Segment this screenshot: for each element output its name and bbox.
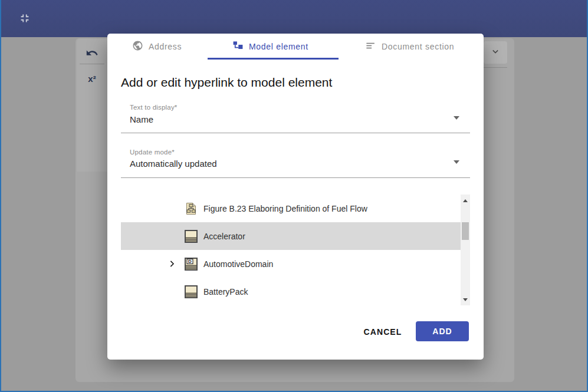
hyperlink-dialog: Address Model element Document section A… [107, 34, 484, 360]
tree-item-label: BatteryPack [203, 287, 248, 297]
tree-item-automotivedomain[interactable]: D AutomotiveDomain [121, 250, 461, 278]
chevron-spacer [166, 286, 178, 298]
tree-item-label: Figure B.23 Elaboring Definition of Fuel… [203, 204, 367, 213]
add-button[interactable]: ADD [416, 321, 469, 341]
model-element-tree: Figure B.23 Elaboring Definition of Fuel… [121, 195, 470, 305]
tree-item-label: Accelerator [203, 232, 245, 241]
tree-item-batterypack[interactable]: BatteryPack [121, 278, 461, 305]
tree-scrollbar[interactable] [461, 195, 470, 305]
application-window: x² Address Model element [0, 0, 588, 392]
expand-chevron-icon[interactable] [166, 258, 178, 270]
undo-icon [86, 47, 98, 62]
scroll-down-icon[interactable] [461, 295, 470, 304]
style-dropdown-button[interactable] [484, 41, 507, 64]
active-tab-indicator [208, 58, 339, 60]
editor-side-toolbar: x² [77, 38, 107, 172]
app-header-bar [1, 0, 587, 37]
svg-text:D: D [188, 259, 192, 264]
chevron-down-icon [490, 45, 501, 60]
diagram-figure-icon [185, 202, 198, 215]
tab-address[interactable]: Address [132, 34, 182, 60]
block-icon [185, 285, 198, 298]
toolbar-divider [80, 64, 104, 64]
dialog-title: Add or edit hyperlink to model element [121, 75, 332, 90]
field-underline [121, 133, 470, 133]
update-mode-select[interactable] [121, 147, 470, 177]
tab-document-section[interactable]: Document section [365, 34, 454, 60]
tree-item-accelerator[interactable]: Accelerator [121, 222, 461, 250]
domain-block-icon: D [185, 258, 198, 271]
document-section-icon [365, 40, 376, 54]
text-to-display-select[interactable] [121, 102, 470, 133]
fullscreen-exit-icon[interactable] [18, 12, 32, 26]
tree-item-label: AutomotiveDomain [203, 259, 273, 269]
globe-icon [132, 40, 143, 54]
superscript-button[interactable]: x² [83, 70, 101, 87]
chevron-spacer [166, 203, 178, 215]
scroll-up-icon[interactable] [461, 196, 470, 205]
tree-item-figure[interactable]: Figure B.23 Elaboring Definition of Fuel… [121, 195, 461, 222]
model-element-icon [232, 40, 244, 54]
tab-document-section-label: Document section [382, 42, 454, 51]
tab-model-element[interactable]: Model element [232, 34, 308, 60]
undo-button[interactable] [83, 45, 101, 63]
field-underline [121, 177, 470, 178]
scrollbar-thumb[interactable] [462, 222, 469, 240]
chevron-spacer [166, 230, 178, 242]
tab-model-element-label: Model element [249, 42, 308, 51]
block-icon [185, 230, 198, 243]
cancel-button[interactable]: CANCEL [359, 322, 406, 342]
tab-address-label: Address [149, 42, 182, 51]
